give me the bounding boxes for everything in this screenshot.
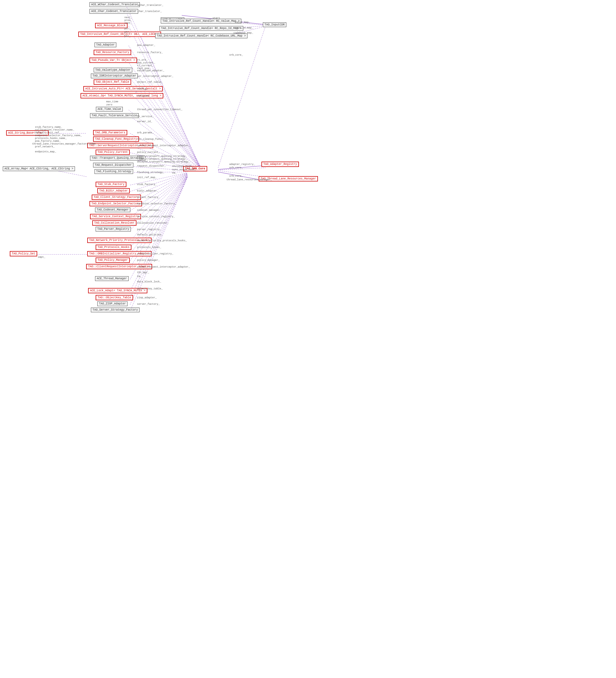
label-parser-registry: parser_registry_ [137, 228, 161, 231]
tao-parser-registry-node: TAO_Parser_Registry [96, 227, 131, 231]
tao-thread-lane-resources-manager-node: TAO_Thread_Lane_Resources_Manager [259, 176, 318, 182]
label-object-ref-table: object_ref_table_ [137, 81, 163, 84]
tao-orbinitializer-registry-node: TAO::ORBInitializer_Registry_Adapter [87, 251, 151, 256]
label-tm2: tm_ [137, 275, 142, 278]
svg-line-40 [218, 172, 263, 180]
label-default-policies: default_policies_ [137, 233, 163, 236]
diagram-container: ACE_WChar_Codeset_Translator ACE_Char_Co… [0, 0, 616, 678]
label-protocols-hooks: protocols_hooks_ [137, 246, 161, 249]
tao-server-strategy-factory-node: TAO_Server_Strategy_Factory [91, 307, 140, 312]
tao-server-request-interceptor-node: TAO::ServerRequestInterceptor_Adapter [87, 143, 153, 148]
label-poa-adapter: poa_adapter_ [137, 44, 155, 47]
label-tm: tm_ [172, 172, 176, 175]
tao-transport-queuing-strategy-node: TAO::Transport_Queuing_Strategy [90, 156, 145, 160]
label-poa-factory-name: poa_factory_name_ [35, 140, 61, 143]
svg-line-7 [129, 70, 201, 169]
label-orb-core-2: orb_core_ [229, 175, 243, 178]
label-orb-core-main: orb_core_ [229, 54, 243, 57]
svg-line-3 [140, 34, 201, 171]
svg-line-19 [130, 166, 187, 171]
tao-orb-core-node: TAO_ORB_Core [183, 166, 207, 172]
ace-lock-adapter-node: ACE_Lock_Adapt< TAO_SYNCH_MUTEX > [88, 288, 147, 293]
label-data-block-lock: data_block_lock_ [137, 280, 161, 283]
label-root-poa: root_poa_ [137, 67, 151, 70]
label-ziop-adapter: ziop_adapter_ [137, 296, 156, 299]
label-resource-factory: resource_factory_ [137, 51, 163, 54]
ace-thread-manager-node: ACE_Thread_Manager [95, 276, 129, 281]
label-thr-mgr: thr_mgr_ [137, 271, 149, 274]
label-adapter-registry: adapter_registry_ [229, 163, 255, 166]
svg-line-49 [218, 168, 266, 170]
label-tss-cleanup: tss_cleanup_funcs_ [137, 138, 164, 141]
svg-line-29 [130, 175, 187, 241]
label-init-ref-map: init_ref_map_ [137, 176, 156, 179]
tao-endpoint-selector-factory-node: TAO_Endpoint_Selector_Factory [89, 201, 142, 206]
tao-cleanup-func-registry-node: TAO_Cleanup_Func_Registry [93, 137, 139, 142]
label-request-dispatcher: request_dispatcher_ [137, 165, 166, 167]
tao-ziop-adapter-node: TAO_ZIOP_Adapter [97, 301, 128, 306]
label-impt: impt_ [38, 256, 45, 259]
tao-client-strategy-factory-node: TAO_Client_Strategy_Factory [92, 195, 141, 200]
ace-string-base-node: ACE_String_Base< char > [6, 130, 49, 136]
svg-line-14 [130, 134, 201, 170]
tao-intrusive-handle-rc-codebase-node: TAO_Intrusive_Ref_Count_Handle< RC_Codeb… [155, 34, 248, 38]
tao-service-context-registry-node: TAO_Service_Context_Registry [90, 214, 141, 219]
label-codeset-manager: codeset_manager_ [137, 209, 161, 212]
tao-bidir-adapter-node: TAO_BiDir_Adapter [97, 188, 130, 193]
label-ft-service: ft_service_ [137, 115, 153, 118]
tao-resource-factory-node: TAO_Resource_Factory [94, 50, 131, 55]
ace-array-map-node: ACE_Array_Map< ACE_CString, ACE_CString … [3, 166, 75, 171]
label-endpoints-map: endpoints_map_ [35, 150, 56, 153]
label-orb-core-1: orb_core_ [229, 166, 243, 169]
label-valuetype-adapter: valuetype_adapter_ [137, 69, 164, 72]
ace-atomic-op-node: ACE_Atomic_Op< TAO_SYNCH_MUTEX, unsigned… [80, 93, 163, 99]
label-server-factory: server_factory_ [137, 303, 160, 306]
tao-objectkey-table-node: TAO::ObjectKey_Table [96, 295, 133, 300]
label-pref-network: pref_network_ [35, 145, 55, 148]
label-wchar-translator: wchar_translator_ [138, 4, 163, 7]
tao-collocation-resolver-node: TAO_Collocation_Resolver [92, 220, 137, 226]
label-max-time: max_time [106, 100, 118, 103]
ace-intrusive-auto-ptr-node: ACE_Intrusive_Auto_Ptr< ACE_Service_Gest… [83, 86, 163, 91]
svg-line-6 [128, 62, 201, 169]
svg-line-23 [130, 173, 187, 198]
label-char-translator: char_translator_ [138, 10, 161, 13]
arrows-svg [0, 0, 616, 678]
label-stub-factory-name: stub_factory_name_ [35, 126, 62, 128]
label-stub-factory: stub_factory_ [137, 183, 156, 186]
tao-orb-parameters-node: TAO_ORB_Parameters [93, 130, 127, 135]
svg-line-41 [218, 26, 266, 168]
label-protocols-hooks-name: protocols_hooks_name_ [35, 137, 67, 140]
label-zero: zero [106, 104, 112, 106]
label-rt-current: rt_current_ [137, 64, 153, 67]
label-rt-orb: rt_orb_ [137, 59, 148, 62]
svg-line-12 [129, 110, 201, 170]
svg-line-35 [130, 177, 187, 291]
label-policy-current: policy_current_ [137, 151, 160, 154]
tao-fault-tolerance-service-node: TAO_Fault_Tolerance_Service [90, 113, 139, 118]
tao-intrusive-handle-rc-value-node: TAO_Intrusive_Ref_Count_Handle< RC_Value… [161, 19, 241, 24]
label-flushing-strategy: flushing_strategy_ [137, 171, 164, 174]
tao-policy-current-node: TAO_Policy_Current [96, 150, 130, 155]
ace-message-block-node: ACE_Message_Block [95, 23, 128, 28]
tao-inputcdr-node: TAO_InputCDR [263, 23, 286, 27]
svg-line-50 [218, 171, 263, 177]
label-service-context-registry: service_context_registry_ [137, 215, 175, 218]
svg-line-4 [129, 46, 201, 168]
label-endpoint-selector-factory: endpoint_selector_factory_ [137, 202, 176, 205]
tao-adapter-registry-node: TAO_Adapter_Registry [261, 162, 299, 167]
svg-line-30 [130, 175, 187, 248]
ace-char-codeset-translator-node: ACE_Char_Codeset_Translator [89, 9, 138, 14]
label-orb-params: orb_params_ [137, 131, 153, 134]
tao-object-ref-table-node: TAO_Object_Ref_Table [94, 79, 131, 85]
tao-flushing-strategy-node: TAO_Flushing_Strategy [95, 169, 133, 174]
svg-line-39 [218, 165, 266, 170]
tao-network-priority-protocols-hooks-node: TAO_Network_Priority_Protocols_Hooks [87, 238, 151, 243]
tao-policy-manager-node: TAO_Policy_Manager [96, 258, 130, 263]
label-poa-current: poa_current_ [137, 62, 155, 64]
svg-line-5 [130, 53, 201, 168]
svg-line-21 [130, 173, 187, 185]
tao-codeset-manager-node: TAO_Codeset_Manager [95, 208, 130, 212]
label-nest: nest_ [124, 16, 132, 19]
tao-policy-set-node: TAO_Policy_Set [10, 251, 37, 256]
